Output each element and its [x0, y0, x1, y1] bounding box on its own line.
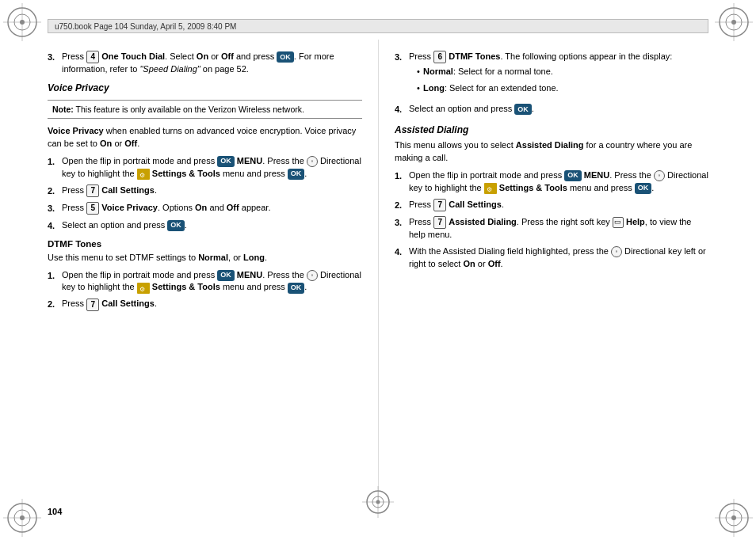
dtmf-step1-num: 1. — [48, 269, 62, 283]
vp-step1: 1. Open the flip in portrait mode and pr… — [48, 155, 362, 181]
as-step2: 2. Press 7 Call Settings. — [395, 199, 708, 212]
vp-step2-content: Press 7 Call Settings. — [62, 184, 362, 197]
settings-icon1: ⚙ — [137, 169, 150, 180]
step3-list: 3. Press 4 One Touch Dial. Select On or … — [48, 51, 362, 76]
step3-item: 3. Press 4 One Touch Dial. Select On or … — [48, 51, 362, 76]
as-step3-num: 3. — [395, 216, 409, 230]
as-step3-content: Press 7 Assisted Dialing. Press the righ… — [409, 216, 708, 241]
as-step2-num: 2. — [395, 199, 409, 212]
note-box: Note: This feature is only available on … — [48, 100, 362, 119]
note-label: Note: — [52, 105, 74, 114]
voice-privacy-body: Voice Privacy when enabled turns on adva… — [48, 125, 362, 150]
right-step3-content: Press 6 DTMF Tones. The following option… — [409, 51, 708, 99]
dtmf-step1-content: Open the flip in portrait mode and press… — [62, 269, 362, 295]
soft-key-as3: ▭ — [613, 217, 624, 228]
right-step3-num: 3. — [395, 51, 409, 64]
corner-decoration-tl — [3, 3, 41, 41]
ok-btn-vp1: OK — [288, 169, 305, 180]
vp-step4-num: 4. — [48, 219, 62, 233]
ok-btn-as1b: OK — [635, 183, 652, 194]
corner-decoration-tr — [715, 3, 753, 41]
key-7-as3: 7 — [433, 216, 446, 229]
vp-step4: 4. Select an option and press OK. — [48, 219, 362, 233]
assisted-steps: 1. Open the flip in portrait mode and pr… — [395, 169, 708, 271]
dir-key1: ◦ — [307, 156, 318, 167]
corner-decoration-bl — [3, 499, 41, 537]
ok-btn-dtmf1: OK — [217, 270, 235, 281]
key-4: 4 — [86, 51, 99, 63]
dir-key-as4: ◦ — [611, 246, 622, 257]
dtmf-step2-content: Press 7 Call Settings. — [62, 298, 362, 310]
right-step4-list: 4. Select an option and press OK. — [395, 103, 708, 116]
dtmf-step1: 1. Open the flip in portrait mode and pr… — [48, 269, 362, 295]
vp-step1-num: 1. — [48, 155, 62, 169]
right-step3: 3. Press 6 DTMF Tones. The following opt… — [395, 51, 708, 99]
right-step3-list: 3. Press 6 DTMF Tones. The following opt… — [395, 51, 708, 99]
bullet-normal: Normal: Select for a normal tone. — [417, 66, 708, 78]
one-touch-dial-label: One Touch Dial — [101, 51, 165, 61]
dtmf-bullets: Normal: Select for a normal tone. Long: … — [417, 66, 708, 95]
right-step4-num: 4. — [395, 103, 409, 116]
dtmf-heading: DTMF Tones — [48, 239, 362, 249]
bottom-center-decoration — [362, 486, 394, 519]
vp-step3: 3. Press 5 Voice Privacy. Options On and… — [48, 202, 362, 215]
dir-key-as1: ◦ — [654, 170, 665, 181]
right-column: 3. Press 6 DTMF Tones. The following opt… — [378, 40, 708, 500]
voice-privacy-steps: 1. Open the flip in portrait mode and pr… — [48, 155, 362, 233]
bullet-long: Long: Select for an extended tone. — [417, 82, 708, 95]
as-step1-num: 1. — [395, 169, 409, 183]
dtmf-steps: 1. Open the flip in portrait mode and pr… — [48, 269, 362, 312]
ok-btn-menu1: OK — [217, 156, 235, 167]
vp-step3-content: Press 5 Voice Privacy. Options On and Of… — [62, 202, 362, 215]
header-text: u750.book Page 104 Sunday, April 5, 2009… — [55, 22, 236, 31]
assisted-dialing-body: This menu allows you to select Assisted … — [395, 139, 708, 165]
step3-content: Press 4 One Touch Dial. Select On or Off… — [62, 51, 362, 76]
step3-num: 3. — [48, 51, 62, 64]
right-step4-content: Select an option and press OK. — [409, 103, 708, 116]
dtmf-step2-num: 2. — [48, 298, 62, 311]
ok-btn-dtmf1b: OK — [288, 283, 305, 294]
svg-text:⚙: ⚙ — [139, 286, 145, 293]
dir-key-dtmf1: ◦ — [307, 270, 318, 281]
assisted-dialing-heading: Assisted Dialing — [395, 124, 708, 135]
right-step4: 4. Select an option and press OK. — [395, 103, 708, 116]
key-6: 6 — [433, 51, 446, 63]
key-7-vp2: 7 — [86, 184, 99, 197]
as-step1-content: Open the flip in portrait mode and press… — [409, 169, 708, 195]
settings-icon-as: ⚙ — [484, 183, 497, 194]
note-text: This feature is only available on the Ve… — [76, 105, 304, 114]
key-7-dtmf2: 7 — [86, 299, 99, 311]
as-step4: 4. With the Assisted Dialing field highl… — [395, 245, 708, 271]
as-step1: 1. Open the flip in portrait mode and pr… — [395, 169, 708, 195]
main-content: 3. Press 4 One Touch Dial. Select On or … — [48, 40, 708, 500]
ok-btn-right4: OK — [514, 104, 532, 115]
voice-privacy-heading: Voice Privacy — [48, 82, 362, 93]
key-7-as2: 7 — [433, 199, 446, 211]
ok-btn-vp4: OK — [167, 220, 185, 231]
dtmf-body: Use this menu to set DTMF settings to No… — [48, 252, 362, 264]
dtmf-step2: 2. Press 7 Call Settings. — [48, 298, 362, 311]
corner-decoration-br — [715, 499, 753, 537]
as-step2-content: Press 7 Call Settings. — [409, 199, 708, 211]
header-bar: u750.book Page 104 Sunday, April 5, 2009… — [48, 19, 708, 33]
vp-step1-content: Open the flip in portrait mode and press… — [62, 155, 362, 181]
as-step3: 3. Press 7 Assisted Dialing. Press the r… — [395, 216, 708, 241]
ok-btn-step3: OK — [277, 51, 294, 63]
key-5-vp3: 5 — [86, 202, 99, 215]
left-column: 3. Press 4 One Touch Dial. Select On or … — [48, 40, 378, 500]
vp-step4-content: Select an option and press OK. — [62, 219, 362, 232]
svg-text:⚙: ⚙ — [139, 172, 145, 179]
as-step4-content: With the Assisted Dialing field highligh… — [409, 245, 708, 271]
as-step4-num: 4. — [395, 245, 409, 259]
vp-step2: 2. Press 7 Call Settings. — [48, 184, 362, 198]
ok-btn-as1: OK — [564, 170, 582, 181]
settings-icon-dtmf: ⚙ — [137, 283, 150, 294]
vp-step2-num: 2. — [48, 184, 62, 198]
svg-text:⚙: ⚙ — [487, 186, 492, 193]
page-number: 104 — [48, 507, 62, 516]
vp-step3-num: 3. — [48, 202, 62, 215]
